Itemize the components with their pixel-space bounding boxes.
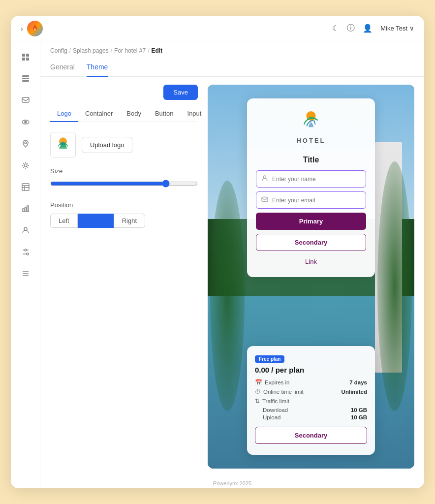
svg-rect-4	[26, 58, 29, 61]
expires-value: 7 days	[349, 379, 367, 385]
app-window: › ☾ ⓘ 👤 Mike Test ∨	[11, 16, 424, 488]
logo-preview	[50, 132, 76, 158]
position-section: Position Left Center Right	[50, 201, 198, 228]
upload-logo-button[interactable]: Upload logo	[82, 137, 132, 153]
svg-point-23	[25, 249, 27, 251]
left-panel: Save Logo Container Body Button Input	[50, 85, 198, 469]
svg-rect-3	[22, 58, 25, 61]
svg-rect-2	[26, 54, 29, 57]
size-slider[interactable]	[50, 180, 198, 188]
online-label: Online time limit	[263, 389, 304, 395]
sidebar-item-location[interactable]	[16, 134, 35, 154]
breadcrumb-sep-3: /	[148, 47, 149, 54]
tab-general[interactable]: General	[50, 58, 75, 77]
content-area: Config / Splash pages / For hotel #7 / E…	[40, 41, 424, 488]
sidebar-item-apps[interactable]	[16, 69, 35, 89]
sidebar-item-chart[interactable]	[16, 199, 35, 219]
sub-tab-body[interactable]: Body	[120, 106, 148, 122]
position-center-button[interactable]: Center	[78, 214, 114, 228]
svg-rect-13	[22, 184, 29, 190]
moon-icon[interactable]: ☾	[332, 24, 339, 33]
top-bar: › ☾ ⓘ 👤 Mike Test ∨	[11, 16, 424, 41]
sidebar-item-messages[interactable]	[16, 91, 35, 110]
info-icon[interactable]: ⓘ	[347, 23, 355, 33]
primary-button[interactable]: Primary	[256, 213, 366, 230]
tab-theme[interactable]: Theme	[87, 58, 108, 77]
top-bar-right: ☾ ⓘ 👤 Mike Test ∨	[332, 23, 414, 33]
sub-tab-logo[interactable]: Logo	[50, 106, 78, 122]
traffic-icon: ⇅	[255, 398, 260, 405]
palm-left	[210, 181, 245, 411]
calendar-icon: 📅	[255, 379, 262, 386]
plan-price: 0.00 / per plan	[255, 366, 367, 374]
sub-tab-button[interactable]: Button	[148, 106, 181, 122]
breadcrumb-config[interactable]: Config	[50, 47, 67, 54]
traffic-label: ⇅ Traffic limit	[255, 398, 367, 405]
breadcrumb-splash-pages[interactable]: Splash pages	[73, 47, 109, 54]
hotel-name: HOTEL	[256, 137, 366, 144]
svg-point-11	[25, 142, 27, 144]
email-input[interactable]	[272, 197, 361, 204]
sidebar-item-filter[interactable]	[16, 242, 35, 262]
breadcrumb-current: Edit	[152, 47, 163, 54]
upload-row: Upload 10 GB	[255, 414, 367, 420]
svg-rect-8	[22, 97, 29, 102]
size-section: Size	[50, 167, 198, 189]
sidebar-item-person[interactable]	[16, 220, 35, 240]
email-input-icon	[261, 196, 268, 204]
app-logo	[27, 21, 43, 36]
top-bar-left: ›	[21, 21, 43, 36]
position-buttons: Left Center Right	[50, 214, 198, 228]
hotel-logo-icon	[53, 135, 73, 155]
name-input[interactable]	[272, 176, 361, 183]
chevron-down-icon: ∨	[409, 25, 414, 32]
user-name: Mike Test	[380, 25, 407, 32]
svg-rect-17	[23, 209, 24, 212]
expires-label-wrapper: 📅 Expires in	[255, 379, 290, 386]
sidebar-item-grid[interactable]	[16, 47, 35, 67]
svg-rect-33	[262, 197, 268, 202]
sidebar-item-eye[interactable]	[16, 112, 35, 132]
plan-secondary-button[interactable]: Secondary	[255, 427, 367, 444]
download-value: 10 GB	[351, 407, 367, 413]
sidebar-item-list[interactable]	[16, 264, 35, 284]
download-row: Download 10 GB	[255, 407, 367, 413]
breadcrumb: Config / Splash pages / For hotel #7 / E…	[40, 41, 424, 58]
sidebar-item-table[interactable]	[16, 177, 35, 197]
position-right-button[interactable]: Right	[114, 214, 145, 228]
svg-point-12	[24, 164, 27, 167]
sub-tab-input[interactable]: Input	[181, 106, 209, 122]
plan-expires-row: 📅 Expires in 7 days	[255, 379, 367, 386]
editor-layout: Save Logo Container Body Button Input	[40, 77, 424, 476]
form-card: HOTEL · · · Title	[247, 98, 375, 277]
position-label: Position	[50, 201, 198, 209]
preview-panel: HOTEL · · · Title	[208, 85, 414, 469]
sub-tab-container[interactable]: Container	[78, 106, 120, 122]
svg-point-26	[27, 253, 29, 255]
svg-point-0	[34, 29, 35, 31]
expires-label: Expires in	[265, 379, 290, 385]
palm-right	[377, 161, 412, 411]
logo-section: Upload logo	[50, 132, 198, 158]
user-menu[interactable]: Mike Test ∨	[380, 25, 414, 32]
breadcrumb-hotel[interactable]: For hotel #7	[114, 47, 146, 54]
link-button[interactable]: Link	[256, 255, 366, 268]
save-button[interactable]: Save	[163, 85, 198, 100]
secondary-button-top[interactable]: Secondary	[256, 234, 366, 251]
svg-rect-19	[27, 206, 29, 212]
breadcrumb-sep-1: /	[69, 47, 71, 54]
svg-rect-18	[25, 207, 26, 212]
tabs: General Theme	[40, 58, 424, 77]
size-label: Size	[50, 167, 198, 175]
email-input-wrapper	[256, 191, 366, 209]
user-icon[interactable]: 👤	[363, 24, 373, 33]
upload-value: 10 GB	[351, 414, 367, 420]
hotel-dots: · · ·	[256, 145, 366, 151]
svg-rect-1	[22, 54, 25, 57]
card-hotel-logo-icon	[298, 108, 324, 134]
position-left-button[interactable]: Left	[50, 214, 78, 228]
free-plan-badge: Free plan	[255, 355, 284, 363]
expand-icon[interactable]: ›	[21, 25, 23, 32]
sidebar-item-settings[interactable]	[16, 156, 35, 175]
card-logo	[256, 108, 366, 134]
